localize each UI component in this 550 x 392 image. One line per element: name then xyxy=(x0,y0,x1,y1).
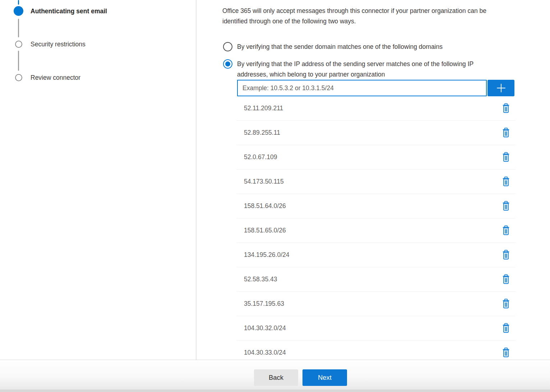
delete-ip-button[interactable] xyxy=(501,152,511,163)
ip-address-text: 52.0.67.109 xyxy=(244,153,501,161)
step-connector-line-2 xyxy=(18,51,19,71)
step-bullet-review[interactable] xyxy=(15,74,22,81)
bottom-edge-strip xyxy=(0,389,550,392)
trash-icon xyxy=(502,176,510,187)
ip-row: 134.195.26.0/24 xyxy=(236,243,516,267)
delete-ip-button[interactable] xyxy=(501,347,511,359)
ip-address-text: 52.89.255.11 xyxy=(244,129,501,137)
trash-icon xyxy=(502,225,510,236)
trash-icon xyxy=(502,299,510,309)
ip-address-text: 158.51.64.0/26 xyxy=(244,202,501,210)
trash-icon xyxy=(502,274,510,285)
delete-ip-button[interactable] xyxy=(501,176,511,188)
step-description: Office 365 will only accept messages thr… xyxy=(222,6,550,26)
ip-row: 52.58.35.43 xyxy=(236,267,516,292)
delete-ip-button[interactable] xyxy=(501,127,511,139)
ip-address-text: 134.195.26.0/24 xyxy=(244,251,501,259)
step-label-security[interactable]: Security restrictions xyxy=(31,39,85,49)
step-label-review[interactable]: Review connector xyxy=(31,73,80,83)
ip-row: 52.0.67.109 xyxy=(236,145,516,170)
delete-ip-button[interactable] xyxy=(501,103,511,114)
ip-row: 35.157.195.63 xyxy=(236,292,516,316)
radio-label-sender-domain[interactable]: By verifying that the sender domain matc… xyxy=(237,42,535,52)
step-bullet-security[interactable] xyxy=(15,41,22,48)
step-connector-line-1 xyxy=(18,19,19,37)
ip-row: 52.11.209.211 xyxy=(236,96,516,121)
trash-icon xyxy=(502,201,510,211)
ip-row: 158.51.65.0/26 xyxy=(236,218,516,243)
trash-icon xyxy=(502,152,510,162)
delete-ip-button[interactable] xyxy=(501,323,511,334)
trash-icon xyxy=(502,103,510,114)
ip-address-text: 158.51.65.0/26 xyxy=(244,227,501,234)
ip-row: 104.30.32.0/24 xyxy=(236,316,516,341)
ip-address-input[interactable] xyxy=(237,80,487,96)
add-ip-button[interactable] xyxy=(487,80,514,96)
trash-icon xyxy=(502,128,510,138)
ip-row: 54.173.50.115 xyxy=(236,170,516,194)
connector-wizard-page: Authenticating sent email Security restr… xyxy=(0,0,550,392)
next-button[interactable]: Next xyxy=(302,369,347,386)
step-label-authenticating[interactable]: Authenticating sent email xyxy=(31,6,107,16)
sidebar-divider xyxy=(196,0,197,360)
ip-address-text: 104.30.33.0/24 xyxy=(244,349,501,356)
ip-address-text: 52.58.35.43 xyxy=(244,276,501,283)
trash-icon xyxy=(502,323,510,333)
wizard-footer: Back Next xyxy=(0,360,550,392)
ip-row: 104.30.33.0/24 xyxy=(236,341,516,360)
back-button[interactable]: Back xyxy=(254,369,298,386)
ip-address-text: 52.11.209.211 xyxy=(244,105,501,112)
trash-icon xyxy=(502,347,510,358)
trash-icon xyxy=(502,250,510,260)
plus-icon xyxy=(495,82,507,94)
ip-row: 52.89.255.11 xyxy=(236,121,516,145)
ip-address-text: 104.30.32.0/24 xyxy=(244,324,501,332)
step-connector-line-top xyxy=(18,0,19,5)
delete-ip-button[interactable] xyxy=(501,298,511,310)
ip-address-list: 52.11.209.211 52.89.255.11 52.0.67.109 xyxy=(236,96,516,360)
delete-ip-button[interactable] xyxy=(501,200,511,212)
step-bullet-authenticating[interactable] xyxy=(14,6,23,16)
delete-ip-button[interactable] xyxy=(501,225,511,236)
ip-address-text: 54.173.50.115 xyxy=(244,178,501,185)
ip-row: 158.51.64.0/26 xyxy=(236,194,516,218)
radio-verify-ip-address[interactable] xyxy=(223,59,232,69)
radio-verify-sender-domain[interactable] xyxy=(223,42,232,51)
ip-address-text: 35.157.195.63 xyxy=(244,300,501,308)
delete-ip-button[interactable] xyxy=(501,274,511,285)
wizard-stepper: Authenticating sent email Security restr… xyxy=(0,0,196,360)
delete-ip-button[interactable] xyxy=(501,249,511,261)
radio-label-ip-address[interactable]: By verifying that the IP address of the … xyxy=(237,59,535,79)
